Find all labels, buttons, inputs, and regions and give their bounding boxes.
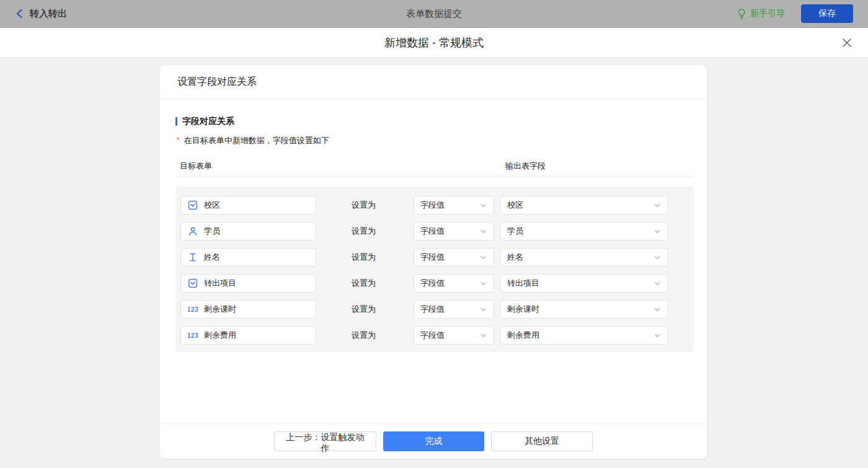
field-mapping-row: 转出项目 设置为 字段值 转出项目 [180,274,694,293]
number-field-icon: 123 [187,332,198,339]
column-header-target-form: 目标表单 [180,161,212,172]
field-mapping-card: 设置字段对应关系 字段对应关系 * 在目标表单中新增数据，字段值设置如下 目标表… [160,65,707,459]
card-header-title: 设置字段对应关系 [160,65,707,99]
section-accent-bar [175,117,177,126]
operator-select[interactable]: 字段值 [414,326,494,345]
target-field-input[interactable]: 校区 [180,196,316,214]
chevron-down-icon [479,280,487,288]
chevron-down-icon [653,306,662,314]
field-mapping-row: 123 剩余费用 设置为 字段值 剩余费用 [180,326,694,345]
target-field-input[interactable]: 姓名 [180,248,316,267]
chevron-down-icon [653,254,662,262]
field-mapping-row: 123 剩余课时 设置为 字段值 剩余课时 [180,300,694,319]
chevron-down-icon [653,280,662,288]
column-headers: 目标表单 输出表字段 [175,158,694,177]
set-as-label: 设置为 [352,226,376,237]
other-settings-button[interactable]: 其他设置 [491,431,593,451]
section-title: 字段对应关系 [182,116,234,127]
section-description: * 在目标表单中新增数据，字段值设置如下 [175,135,694,146]
operator-select[interactable]: 字段值 [414,196,494,214]
operator-select[interactable]: 字段值 [414,222,494,241]
screen: 转入转出 表单数据提交 新手引导 保存 新增数据 - 常规模式 设置字段对应关系… [0,0,868,468]
set-as-label: 设置为 [352,278,376,289]
dialog-header: 新增数据 - 常规模式 [0,28,868,58]
output-field-select[interactable]: 转出项目 [500,274,668,293]
target-field-input[interactable]: 学员 [180,222,316,241]
target-field-input[interactable]: 123 剩余课时 [180,300,316,319]
set-as-label: 设置为 [352,304,376,315]
card-footer: 上一步：设置触发动作 完成 其他设置 [160,423,707,459]
section-title-row: 字段对应关系 [175,116,694,127]
output-field-select[interactable]: 校区 [500,196,668,214]
operator-select[interactable]: 字段值 [414,300,494,319]
chevron-down-icon [479,332,487,340]
output-field-select[interactable]: 剩余费用 [500,326,668,345]
back-label[interactable]: 转入转出 [30,8,67,20]
finish-button[interactable]: 完成 [383,431,484,451]
target-field-input[interactable]: 转出项目 [180,274,316,293]
column-header-output-fields: 输出表字段 [505,161,546,172]
topbar: 转入转出 表单数据提交 新手引导 保存 [0,0,868,28]
beginner-guide-label: 新手引导 [750,8,785,19]
save-button[interactable]: 保存 [801,4,853,23]
output-field-select[interactable]: 剩余课时 [500,300,668,319]
operator-select[interactable]: 字段值 [414,248,494,267]
dialog-title: 新增数据 - 常规模式 [384,35,484,50]
section-description-text: 在目标表单中新增数据，字段值设置如下 [184,135,329,146]
select-field-icon [187,200,198,210]
back-nav[interactable]: 转入转出 [15,8,67,20]
output-field-select[interactable]: 学员 [500,222,668,241]
chevron-down-icon [653,227,662,236]
operator-select[interactable]: 字段值 [414,274,494,293]
field-mapping-row: 姓名 设置为 字段值 姓名 [180,248,694,267]
back-chevron-icon[interactable] [15,9,24,19]
lightbulb-icon [737,9,746,19]
field-mapping-row: 校区 设置为 字段值 校区 [180,196,694,214]
user-field-icon [187,226,198,236]
chevron-down-icon [653,332,662,340]
chevron-down-icon [479,227,487,236]
chevron-down-icon [479,306,487,314]
target-field-input[interactable]: 123 剩余费用 [180,326,316,345]
chevron-down-icon [479,254,487,262]
chevron-down-icon [479,201,487,210]
card-body: 字段对应关系 * 在目标表单中新增数据，字段值设置如下 目标表单 输出表字段 校… [160,116,707,352]
select-field-icon [187,278,198,288]
required-marker: * [177,135,180,146]
output-field-select[interactable]: 姓名 [500,248,668,267]
prev-step-button[interactable]: 上一步：设置触发动作 [274,431,376,451]
beginner-guide-link[interactable]: 新手引导 [737,8,785,19]
chevron-down-icon [653,201,662,210]
close-icon[interactable] [842,38,852,48]
field-mapping-panel: 校区 设置为 字段值 校区 学员 设置为 字段值 学员 姓名 [175,187,694,352]
set-as-label: 设置为 [352,200,376,211]
set-as-label: 设置为 [352,330,376,341]
field-mapping-row: 学员 设置为 字段值 学员 [180,222,694,241]
topbar-actions: 新手引导 保存 [737,4,853,23]
text-field-icon [187,252,198,262]
number-field-icon: 123 [187,306,198,313]
set-as-label: 设置为 [352,252,376,263]
